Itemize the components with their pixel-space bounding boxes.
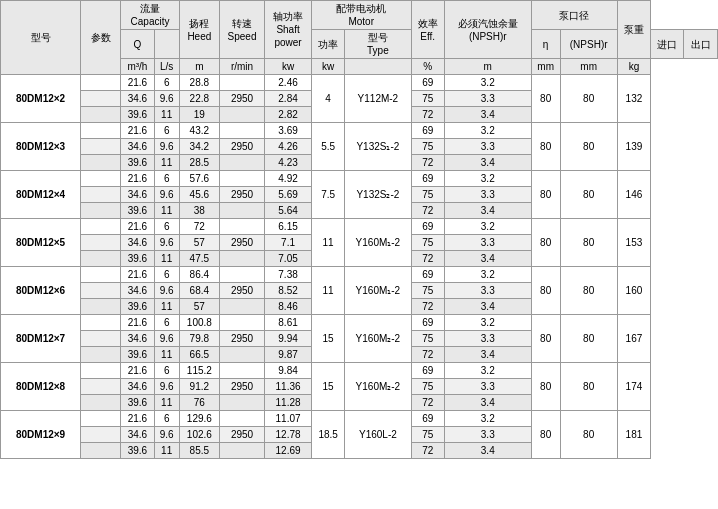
param-cell [81,427,121,443]
model-cell: 80DM12×9 [1,411,81,459]
npsh-cell: 3.3 [444,91,531,107]
header-q2 [154,30,179,59]
motor-type-cell: Y160M₁-2 [345,267,411,315]
inlet-cell: 80 [531,411,560,459]
speed-cell: 2950 [219,91,264,107]
head-cell: 22.8 [179,91,219,107]
shaft-cell: 9.84 [265,363,312,379]
header-inlet: 进口 [651,30,684,59]
shaft-cell: 2.82 [265,107,312,123]
head-cell: 68.4 [179,283,219,299]
eff-cell: 75 [411,139,444,155]
q-ls-cell: 11 [154,155,179,171]
header-motor: 配带电动机Motor [311,1,411,30]
eff-cell: 72 [411,155,444,171]
outlet-cell: 80 [560,315,617,363]
motor-power-cell: 4 [311,75,344,123]
table-row: 80DM12×221.6628.82.464Y112M-2693.2808013… [1,75,718,91]
motor-power-cell: 7.5 [311,171,344,219]
q-ls-cell: 11 [154,299,179,315]
weight-cell: 132 [617,75,650,123]
q-m3-cell: 21.6 [121,267,154,283]
q-ls-cell: 11 [154,395,179,411]
motor-type-cell: Y160M₁-2 [345,219,411,267]
head-cell: 57 [179,235,219,251]
motor-type-cell: Y132S₂-2 [345,171,411,219]
q-m3-cell: 39.6 [121,443,154,459]
weight-cell: 160 [617,267,650,315]
eff-cell: 75 [411,91,444,107]
q-m3-cell: 39.6 [121,395,154,411]
param-cell [81,107,121,123]
shaft-cell: 11.28 [265,395,312,411]
npsh-cell: 3.2 [444,315,531,331]
shaft-cell: 4.26 [265,139,312,155]
q-ls-cell: 11 [154,347,179,363]
param-cell [81,395,121,411]
header-head: 扬程Heed [179,1,219,59]
npsh-cell: 3.4 [444,347,531,363]
q-m3-cell: 21.6 [121,411,154,427]
eff-cell: 75 [411,331,444,347]
head-cell: 38 [179,203,219,219]
outlet-cell: 80 [560,171,617,219]
q-m3-cell: 21.6 [121,75,154,91]
speed-cell [219,203,264,219]
q-ls-cell: 9.6 [154,187,179,203]
model-cell: 80DM12×6 [1,267,81,315]
npsh-cell: 3.3 [444,187,531,203]
eff-cell: 75 [411,235,444,251]
header-shaft: 轴功率Shaftpower [265,1,312,59]
motor-type-cell: Y112M-2 [345,75,411,123]
speed-cell [219,299,264,315]
q-ls-cell: 6 [154,75,179,91]
eff-cell: 72 [411,107,444,123]
q-m3-cell: 21.6 [121,171,154,187]
shaft-cell: 8.46 [265,299,312,315]
param-cell [81,91,121,107]
header-q: Q [121,30,154,59]
head-cell: 34.2 [179,139,219,155]
head-cell: 76 [179,395,219,411]
eff-cell: 75 [411,379,444,395]
shaft-cell: 9.87 [265,347,312,363]
motor-type-cell: Y132S₁-2 [345,123,411,171]
shaft-cell: 7.05 [265,251,312,267]
shaft-cell: 12.69 [265,443,312,459]
motor-power-cell: 18.5 [311,411,344,459]
speed-cell: 2950 [219,283,264,299]
shaft-cell: 4.92 [265,171,312,187]
npsh-cell: 3.4 [444,443,531,459]
param-cell [81,123,121,139]
head-cell: 100.8 [179,315,219,331]
table-body: 80DM12×221.6628.82.464Y112M-2693.2808013… [1,75,718,459]
eff-cell: 69 [411,363,444,379]
motor-type-cell: Y160M₂-2 [345,315,411,363]
shaft-cell: 11.36 [265,379,312,395]
param-cell [81,187,121,203]
inlet-cell: 80 [531,123,560,171]
unit-n: r/min [219,59,264,75]
shaft-cell: 5.69 [265,187,312,203]
speed-cell: 2950 [219,331,264,347]
main-table-container: 型号 参数 流量Capacity 扬程Heed 转速Speed 轴功率Shaft… [0,0,718,459]
weight-cell: 146 [617,171,650,219]
eff-cell: 69 [411,123,444,139]
head-cell: 85.5 [179,443,219,459]
motor-power-cell: 11 [311,267,344,315]
weight-cell: 174 [617,363,650,411]
q-m3-cell: 39.6 [121,155,154,171]
table-row: 80DM12×721.66100.88.6115Y160M₂-2693.2808… [1,315,718,331]
head-cell: 115.2 [179,363,219,379]
head-cell: 57.6 [179,171,219,187]
eff-cell: 69 [411,171,444,187]
eff-cell: 72 [411,203,444,219]
inlet-cell: 80 [531,315,560,363]
npsh-cell: 3.3 [444,235,531,251]
model-cell: 80DM12×3 [1,123,81,171]
outlet-cell: 80 [560,123,617,171]
outlet-cell: 80 [560,267,617,315]
speed-cell [219,155,264,171]
weight-cell: 181 [617,411,650,459]
speed-cell [219,107,264,123]
